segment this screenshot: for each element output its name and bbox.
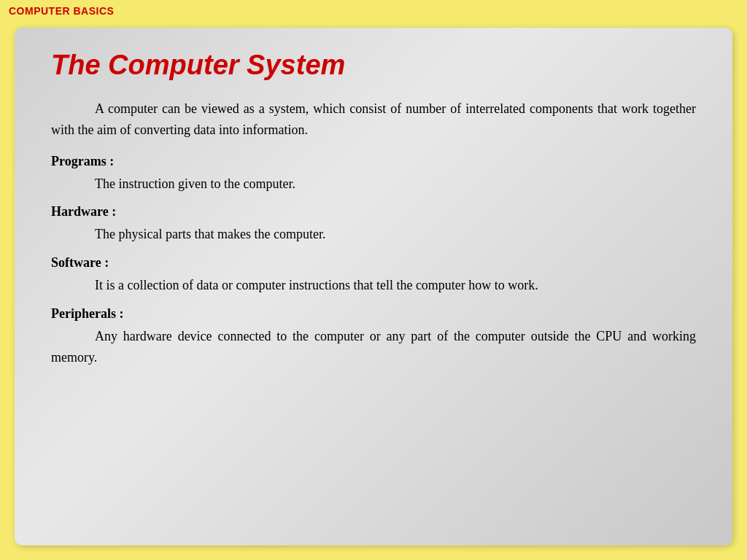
section-programs: Programs : The instruction given to the …	[51, 154, 696, 195]
section-peripherals: Peripherals : Any hardware device connec…	[51, 306, 696, 368]
def-peripherals: Any hardware device connected to the com…	[51, 326, 696, 368]
term-peripherals: Peripherals :	[51, 306, 696, 322]
def-programs: The instruction given to the computer.	[51, 174, 696, 195]
def-hardware: The physical parts that makes the comput…	[51, 224, 696, 245]
term-hardware: Hardware :	[51, 204, 696, 219]
header-title: COMPUTER BASICS	[9, 5, 114, 17]
def-software: It is a collection of data or computer i…	[51, 275, 696, 296]
section-hardware: Hardware : The physical parts that makes…	[51, 204, 696, 245]
section-software: Software : It is a collection of data or…	[51, 255, 696, 296]
header-bar: COMPUTER BASICS	[0, 0, 747, 22]
main-container: The Computer System A computer can be vi…	[15, 28, 732, 545]
slide-title: The Computer System	[51, 50, 696, 81]
intro-paragraph: A computer can be viewed as a system, wh…	[51, 98, 696, 141]
term-programs: Programs :	[51, 154, 696, 169]
term-software: Software :	[51, 255, 696, 271]
